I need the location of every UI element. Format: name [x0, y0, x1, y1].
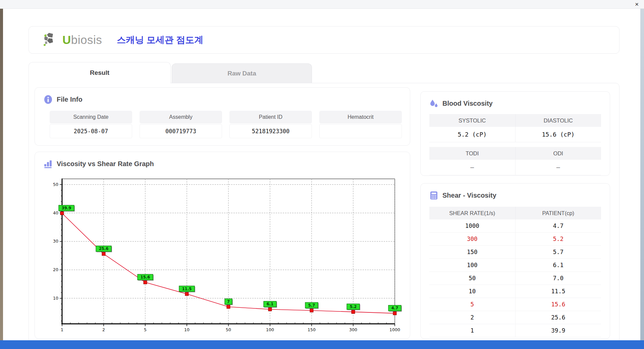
col-shear-rate: SHEAR RATE(1/s) — [429, 207, 515, 219]
svg-text:150: 150 — [308, 327, 316, 332]
ubiosis-logo-icon — [43, 32, 60, 48]
patient-cell: 5.7 — [515, 246, 601, 258]
bv-value-cell: 5.2 (cP) — [429, 127, 515, 142]
blood-viscosity-table: SYSTOLICDIASTOLIC5.2 (cP)15.6 (cP)TODIOD… — [429, 114, 601, 175]
file-info-title: File Info — [57, 96, 83, 103]
tab-result[interactable]: Result — [29, 62, 171, 83]
patient-cell: 15.6 — [515, 298, 601, 311]
table-row: 1505.7 — [429, 246, 601, 259]
graph-card: Viscosity vs Shear Rate Graph 1020304050… — [35, 152, 410, 339]
file-field-value: 000719773 — [140, 124, 222, 138]
file-field-label: Patient ID — [229, 111, 312, 123]
shear-viscosity-card: Shear - Viscosity SHEAR RATE(1/s) PATIEN… — [420, 183, 610, 339]
info-icon — [44, 95, 53, 104]
table-row: 507.0 — [429, 272, 601, 285]
table-row: 1006.1 — [429, 259, 601, 272]
shear-rate-cell: 2 — [429, 311, 515, 324]
svg-text:11.5: 11.5 — [182, 287, 192, 291]
svg-text:25.6: 25.6 — [99, 246, 108, 251]
bv-header-cell: ODI — [515, 147, 601, 160]
bv-value-cell: 15.6 (cP) — [515, 127, 601, 142]
svg-text:5: 5 — [144, 327, 147, 332]
shear-rate-cell: 100 — [429, 259, 515, 271]
bv-value-cell: – — [515, 160, 601, 175]
file-field-label: Hematocrit — [319, 111, 402, 123]
bv-header-cell: SYSTOLIC — [429, 114, 515, 127]
file-field-value: 52181923300 — [229, 124, 312, 138]
ubiosis-logo-text: Ubiosis — [62, 33, 102, 47]
file-field-label: Assembly — [140, 111, 222, 123]
shear-rate-cell: 10 — [429, 285, 515, 298]
ubiosis-logo: Ubiosis — [43, 32, 102, 48]
file-field: Patient ID52181923300 — [229, 111, 312, 138]
blood-viscosity-title: Blood Viscosity — [442, 100, 493, 107]
shear-viscosity-title: Shear - Viscosity — [442, 192, 496, 199]
patient-cell: 5.2 — [515, 233, 601, 245]
shear-rate-cell: 300 — [429, 233, 515, 245]
bv-value-row: –– — [429, 160, 601, 175]
svg-text:1000: 1000 — [389, 327, 400, 332]
shear-table-body: 10004.73005.21505.71006.1507.01011.5515.… — [429, 219, 601, 337]
graph-title: Viscosity vs Shear Rate Graph — [57, 160, 154, 168]
desktop-background-right — [640, 9, 644, 340]
blood-viscosity-card: Blood Viscosity SYSTOLICDIASTOLIC5.2 (cP… — [420, 91, 610, 176]
svg-text:10: 10 — [184, 327, 190, 332]
window-titlebar: × — [0, 0, 644, 9]
bv-header-row: SYSTOLICDIASTOLIC — [429, 114, 601, 127]
svg-text:20: 20 — [53, 267, 58, 272]
table-row: 515.6 — [429, 298, 601, 311]
patient-cell: 6.1 — [515, 259, 601, 271]
svg-text:5.7: 5.7 — [308, 303, 315, 308]
bv-header-cell: DIASTOLIC — [515, 114, 601, 127]
svg-text:50: 50 — [226, 327, 231, 332]
calculator-icon — [429, 191, 438, 200]
bv-header-row: TODIODI — [429, 147, 601, 160]
droplets-icon — [429, 99, 438, 108]
bv-header-cell: TODI — [429, 147, 515, 160]
svg-text:15.6: 15.6 — [141, 275, 150, 280]
shear-viscosity-table: SHEAR RATE(1/s) PATIENT(cp) 10004.73005.… — [429, 207, 601, 337]
svg-text:300: 300 — [349, 327, 357, 332]
table-row: 3005.2 — [429, 233, 601, 246]
shear-table-header: SHEAR RATE(1/s) PATIENT(cp) — [429, 207, 601, 219]
file-info-fields: Scanning Date2025-08-07Assembly000719773… — [50, 111, 410, 138]
shear-rate-cell: 1000 — [429, 219, 515, 232]
patient-cell: 4.7 — [515, 219, 601, 232]
patient-cell: 7.0 — [515, 272, 601, 285]
svg-text:5.2: 5.2 — [350, 304, 357, 309]
table-row: 139.9 — [429, 324, 601, 337]
viscosity-chart: 10203040501251050100150300100039.925.615… — [43, 171, 405, 339]
svg-text:10: 10 — [53, 296, 58, 301]
bv-gap — [429, 142, 601, 147]
svg-text:6.1: 6.1 — [267, 302, 273, 306]
taskbar — [0, 340, 644, 349]
file-field-value: 2025-08-07 — [50, 124, 132, 138]
table-row: 225.6 — [429, 311, 601, 324]
svg-text:50: 50 — [53, 182, 58, 187]
tab-raw-data[interactable]: Raw Data — [172, 63, 312, 83]
file-info-card: File Info Scanning Date2025-08-07Assembl… — [35, 87, 410, 146]
svg-text:40: 40 — [53, 210, 58, 215]
svg-text:30: 30 — [53, 239, 58, 244]
file-field: Hematocrit — [319, 111, 402, 138]
svg-text:100: 100 — [266, 327, 274, 332]
svg-text:39.9: 39.9 — [62, 206, 71, 210]
viscosity-chart-svg: 10203040501251050100150300100039.925.615… — [43, 171, 405, 337]
shear-rate-cell: 1 — [429, 324, 515, 337]
bv-value-row: 5.2 (cP)15.6 (cP) — [429, 127, 601, 142]
bar-chart-icon — [44, 159, 53, 168]
bv-value-cell: – — [429, 160, 515, 175]
svg-text:7: 7 — [227, 299, 230, 304]
col-patient: PATIENT(cp) — [515, 207, 601, 219]
file-field: Scanning Date2025-08-07 — [50, 111, 132, 138]
shear-rate-cell: 50 — [429, 272, 515, 285]
table-row: 10004.7 — [429, 219, 601, 233]
page-title: 스캐닝 모세관 점도계 — [117, 34, 203, 46]
file-field-value — [319, 124, 402, 138]
svg-text:1: 1 — [61, 327, 63, 332]
close-icon[interactable]: × — [635, 0, 639, 8]
app-header: Ubiosis 스캐닝 모세관 점도계 — [29, 26, 620, 54]
patient-cell: 25.6 — [515, 311, 601, 324]
shear-rate-cell: 150 — [429, 246, 515, 258]
file-field: Assembly000719773 — [140, 111, 222, 138]
